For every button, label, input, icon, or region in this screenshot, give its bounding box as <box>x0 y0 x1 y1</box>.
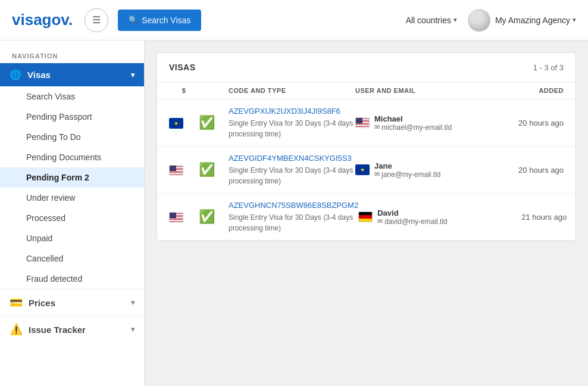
user-name: Michael <box>374 114 452 123</box>
added-time: 20 hours ago <box>486 119 564 127</box>
sidebar-item-pending-form[interactable]: Pending Form 2 <box>0 167 144 188</box>
status-check: ✅ <box>199 115 229 130</box>
menu-icon: ☰ <box>92 14 101 26</box>
added-time: 21 hours ago <box>489 213 567 222</box>
sidebar-item-cancelled[interactable]: Cancelled <box>0 248 144 269</box>
visa-code-type: AZEVGPXIJK2UXD3IJ4JI9S8F6 Single Entry V… <box>229 107 355 139</box>
search-visas-button[interactable]: 🔍 Search Visas <box>118 10 201 31</box>
destination-flag: ★ <box>169 115 199 130</box>
header-right: All countries ▾ My Amazing Agency ▾ <box>400 9 576 32</box>
layout: NAVIGATION 🌐 Visas ▾ Search Visas Pendin… <box>0 41 588 386</box>
user-details: David ✉ david@my-email.tld <box>377 208 448 226</box>
col-header-dollar: $ <box>169 87 199 94</box>
visa-type-label: Single Entry Visa for 30 Days (3-4 days … <box>229 213 353 232</box>
user-name: Jane <box>374 161 441 170</box>
user-info-col: David ✉ david@my-email.tld <box>358 208 489 226</box>
sidebar-item-fraud-detected[interactable]: Fraud detected <box>0 269 144 289</box>
search-icon: 🔍 <box>129 15 138 24</box>
user-info-col: ★ Jane ✉ jane@my-email.tld <box>355 161 486 179</box>
agency-name[interactable]: My Amazing Agency ▾ <box>495 15 576 25</box>
logo: visagov. <box>12 11 73 29</box>
sidebar-item-processed[interactable]: Processed <box>0 208 144 228</box>
user-flag: ★ <box>355 164 370 175</box>
sidebar-item-label: Visas <box>27 70 125 80</box>
visa-type-label: Single Entry Visa for 30 Days (3-4 days … <box>229 166 353 185</box>
user-details: Michael ✉ michael@my-email.tld <box>374 114 452 132</box>
header: visagov. ☰ 🔍 Search Visas All countries … <box>0 0 588 41</box>
sidebar-item-prices[interactable]: 💳 Prices ▾ <box>0 289 144 316</box>
status-check: ✅ <box>199 209 229 225</box>
country-selector[interactable]: All countries ▾ <box>400 12 463 29</box>
chevron-up-icon: ▾ <box>131 71 135 79</box>
sidebar-item-label: Issue Tracker <box>29 325 125 335</box>
visa-code-link[interactable]: AZEVGHNCN75SBW86E8SBZPGM2 <box>229 201 358 210</box>
visa-type-label: Single Entry Visa for 30 Days (3-4 days … <box>229 119 353 138</box>
card-title: VISAS <box>169 63 196 72</box>
chevron-down-icon: ▾ <box>131 325 135 334</box>
destination-flag <box>169 162 199 178</box>
sidebar-item-label: Prices <box>29 298 125 308</box>
chevron-down-icon: ▾ <box>453 16 457 24</box>
sidebar-item-visas[interactable]: 🌐 Visas ▾ <box>0 63 144 86</box>
user-email: ✉ michael@my-email.tld <box>374 123 452 132</box>
user-name: David <box>377 208 448 217</box>
added-time: 20 hours ago <box>486 166 564 175</box>
visa-code-link[interactable]: AZEVGPXIJK2UXD3IJ4JI9S8F6 <box>229 107 355 116</box>
sidebar-item-under-review[interactable]: Under review <box>0 188 144 208</box>
col-header-added: ADDED <box>486 87 564 94</box>
table-row: ✅ AZEVGIDF4YMBEXN4CSKYGI5S3 Single Entry… <box>157 147 576 194</box>
card-header: VISAS 1 - 3 of 3 <box>157 53 576 82</box>
user-flag <box>358 211 373 222</box>
visa-code-type: AZEVGIDF4YMBEXN4CSKYGI5S3 Single Entry V… <box>229 154 355 186</box>
user-details: Jane ✉ jane@my-email.tld <box>374 161 441 179</box>
user-flag <box>355 117 370 128</box>
table-header: $ CODE AND TYPE USER AND EMAIL ADDED <box>157 82 576 99</box>
chevron-down-icon: ▾ <box>573 16 576 24</box>
user-email: ✉ jane@my-email.tld <box>374 170 441 179</box>
sidebar-item-unpaid[interactable]: Unpaid <box>0 228 144 248</box>
user-info-col: Michael ✉ michael@my-email.tld <box>355 114 486 132</box>
chevron-down-icon: ▾ <box>131 298 135 307</box>
table-row: ✅ AZEVGHNCN75SBW86E8SBZPGM2 Single Entry… <box>157 194 576 240</box>
col-header-code-type: CODE AND TYPE <box>229 87 355 94</box>
visas-card: VISAS 1 - 3 of 3 $ CODE AND TYPE USER AN… <box>157 52 576 241</box>
visa-code-type: AZEVGHNCN75SBW86E8SBZPGM2 Single Entry V… <box>229 201 358 233</box>
warning-icon: ⚠️ <box>10 323 23 336</box>
card-count: 1 - 3 of 3 <box>533 63 564 72</box>
sidebar-item-search-visas[interactable]: Search Visas <box>0 86 144 107</box>
globe-icon: 🌐 <box>10 69 21 80</box>
table-row: ★ ✅ AZEVGPXIJK2UXD3IJ4JI9S8F6 Single Ent… <box>157 99 576 147</box>
hamburger-button[interactable]: ☰ <box>85 8 108 32</box>
user-email: ✉ david@my-email.tld <box>377 217 448 226</box>
sidebar-item-pending-to-do[interactable]: Pending To Do <box>0 127 144 147</box>
status-check: ✅ <box>199 162 229 178</box>
destination-flag <box>169 209 199 225</box>
sidebar-item-issue-tracker[interactable]: ⚠️ Issue Tracker ▾ <box>0 316 144 343</box>
avatar <box>468 9 490 32</box>
col-header-user-email: USER AND EMAIL <box>355 87 486 94</box>
sidebar-item-pending-documents[interactable]: Pending Documents <box>0 147 144 167</box>
sidebar-item-pending-passport[interactable]: Pending Passport <box>0 107 144 127</box>
sidebar: NAVIGATION 🌐 Visas ▾ Search Visas Pendin… <box>0 41 145 386</box>
main-content: VISAS 1 - 3 of 3 $ CODE AND TYPE USER AN… <box>145 41 588 386</box>
nav-label: NAVIGATION <box>0 48 144 63</box>
credit-card-icon: 💳 <box>10 296 23 309</box>
col-header-status <box>199 87 229 94</box>
visa-code-link[interactable]: AZEVGIDF4YMBEXN4CSKYGI5S3 <box>229 154 355 163</box>
